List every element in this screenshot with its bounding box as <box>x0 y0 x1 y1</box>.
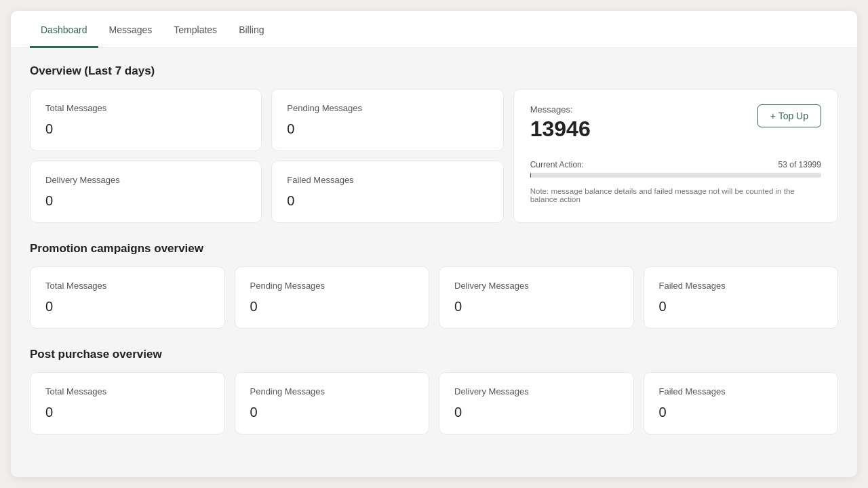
promo-pending-card: Pending Messages 0 <box>235 266 430 329</box>
tab-billing[interactable]: Billing <box>228 11 275 48</box>
total-messages-card: Total Messages 0 <box>30 89 262 151</box>
overview-left: Total Messages 0 Delivery Messages 0 <box>30 89 262 223</box>
balance-card: Messages: 13946 + Top Up Current Action:… <box>513 89 838 223</box>
nav-bar: Dashboard Messages Templates Billing <box>11 11 857 48</box>
post-purchase-grid: Total Messages 0 Pending Messages 0 Deli… <box>30 372 838 434</box>
post-total-value: 0 <box>45 405 210 420</box>
promo-pending-value: 0 <box>250 299 414 314</box>
top-up-button[interactable]: + Top Up <box>757 104 821 127</box>
overview-title: Overview (Last 7 days) <box>30 64 838 78</box>
overview-grid: Total Messages 0 Delivery Messages 0 Pen… <box>30 89 838 223</box>
pending-messages-value: 0 <box>287 121 488 137</box>
balance-header: Messages: 13946 + Top Up <box>530 104 821 141</box>
app-window: Dashboard Messages Templates Billing Ove… <box>11 11 857 477</box>
promo-delivery-label: Delivery Messages <box>454 281 618 291</box>
post-total-label: Total Messages <box>45 386 210 396</box>
post-total-card: Total Messages 0 <box>30 372 225 434</box>
promo-total-label: Total Messages <box>45 281 210 291</box>
total-messages-label: Total Messages <box>45 103 246 113</box>
failed-messages-value: 0 <box>287 193 488 209</box>
delivery-messages-label: Delivery Messages <box>45 175 246 185</box>
overview-center: Pending Messages 0 Failed Messages 0 <box>271 89 503 223</box>
tab-dashboard[interactable]: Dashboard <box>30 11 98 48</box>
post-pending-label: Pending Messages <box>250 386 414 396</box>
promo-delivery-card: Delivery Messages 0 <box>439 266 634 329</box>
pending-messages-label: Pending Messages <box>287 103 488 113</box>
progress-bar-fill <box>530 173 532 178</box>
action-row: Current Action: 53 of 13999 <box>530 160 821 169</box>
balance-value: 13946 <box>530 117 591 141</box>
post-failed-value: 0 <box>659 405 823 420</box>
balance-label: Messages: <box>530 104 591 115</box>
total-messages-value: 0 <box>45 121 246 137</box>
post-failed-label: Failed Messages <box>659 386 823 396</box>
delivery-messages-value: 0 <box>45 193 246 209</box>
promo-delivery-value: 0 <box>454 299 618 314</box>
promo-failed-label: Failed Messages <box>659 281 823 291</box>
delivery-messages-card: Delivery Messages 0 <box>30 161 262 223</box>
post-purchase-title: Post purchase overview <box>30 348 838 361</box>
promo-failed-value: 0 <box>659 299 823 314</box>
current-action-value: 53 of 13999 <box>778 160 821 169</box>
tab-messages[interactable]: Messages <box>98 11 163 48</box>
promo-total-card: Total Messages 0 <box>30 266 225 329</box>
post-pending-value: 0 <box>250 405 414 420</box>
promotion-grid: Total Messages 0 Pending Messages 0 Deli… <box>30 266 838 329</box>
promo-failed-card: Failed Messages 0 <box>644 266 839 329</box>
promo-total-value: 0 <box>45 299 210 314</box>
post-delivery-card: Delivery Messages 0 <box>439 372 634 434</box>
promotion-title: Promotion campaigns overview <box>30 242 838 256</box>
balance-info: Messages: 13946 <box>530 104 591 141</box>
balance-note: Note: message balance details and failed… <box>530 187 821 203</box>
pending-messages-card: Pending Messages 0 <box>271 89 503 151</box>
promo-pending-label: Pending Messages <box>250 281 414 291</box>
post-delivery-value: 0 <box>454 405 618 420</box>
current-action: Current Action: 53 of 13999 <box>530 160 821 178</box>
failed-messages-label: Failed Messages <box>287 175 488 185</box>
main-content: Overview (Last 7 days) Total Messages 0 … <box>11 48 857 470</box>
progress-bar-bg <box>530 173 821 178</box>
post-failed-card: Failed Messages 0 <box>644 372 839 434</box>
failed-messages-card: Failed Messages 0 <box>271 161 503 223</box>
current-action-label: Current Action: <box>530 160 584 169</box>
post-pending-card: Pending Messages 0 <box>235 372 430 434</box>
post-delivery-label: Delivery Messages <box>454 386 618 396</box>
tab-templates[interactable]: Templates <box>163 11 228 48</box>
